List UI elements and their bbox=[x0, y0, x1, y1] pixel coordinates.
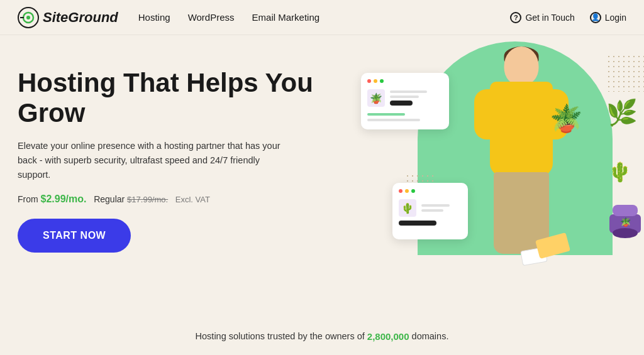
plant-decoration: 🌿 bbox=[606, 98, 638, 128]
nav-link-hosting[interactable]: Hosting bbox=[138, 12, 170, 23]
dot-green-2 bbox=[411, 189, 415, 193]
window-dots-2 bbox=[399, 189, 462, 193]
card2-button bbox=[399, 221, 436, 226]
held-plant: 🪴 bbox=[550, 103, 582, 134]
card2-plant-area: 🌵 bbox=[399, 199, 462, 217]
svg-text:🪴: 🪴 bbox=[620, 217, 631, 227]
card-line-green bbox=[367, 113, 405, 116]
nav-links: Hosting WordPress Email Marketing bbox=[138, 12, 319, 23]
help-icon: ? bbox=[510, 12, 521, 23]
price-prefix: From bbox=[18, 194, 38, 204]
nav-link-email[interactable]: Email Marketing bbox=[252, 12, 320, 23]
cactus-decoration: 🌵 bbox=[608, 161, 631, 183]
card-line-2 bbox=[390, 96, 419, 98]
person-head bbox=[504, 46, 538, 85]
person-body bbox=[490, 82, 553, 176]
card-line-3 bbox=[367, 119, 420, 121]
user-icon: 👤 bbox=[590, 12, 601, 23]
trusted-highlight: 2,800,000 bbox=[367, 331, 409, 342]
price-excl: Excl. VAT bbox=[175, 195, 210, 204]
window-dots bbox=[367, 79, 443, 83]
card-plant-area: 🪴 bbox=[367, 89, 443, 107]
nav-item-wordpress[interactable]: WordPress bbox=[188, 12, 235, 23]
dot-yellow-2 bbox=[405, 189, 409, 193]
nav-item-hosting[interactable]: Hosting bbox=[138, 12, 170, 23]
svg-point-2 bbox=[26, 16, 30, 19]
dot-red-2 bbox=[399, 189, 402, 193]
hero-price: From $2.99/mo. Regular $17.99/mo. Excl. … bbox=[18, 194, 345, 205]
dot-red bbox=[367, 79, 371, 83]
person-figure: 🪴 bbox=[453, 46, 589, 273]
svg-point-6 bbox=[613, 228, 638, 238]
get-in-touch-label: Get in Touch bbox=[525, 13, 574, 23]
hero-illustration: 🪴 🪴 bbox=[348, 35, 644, 305]
ui-card-top: 🪴 bbox=[361, 73, 449, 129]
card-lines bbox=[367, 113, 443, 121]
logo-text: SiteGround bbox=[43, 9, 118, 26]
price-regular-label: Regular bbox=[94, 194, 125, 204]
price-value: $2.99/mo. bbox=[41, 194, 87, 204]
card-button-small bbox=[390, 101, 413, 106]
trusted-text-prefix: Hosting solutions trusted by the owners … bbox=[196, 331, 365, 341]
dot-green bbox=[380, 79, 384, 83]
plant-thumbnail-2: 🌵 bbox=[399, 199, 416, 217]
card2-line-2 bbox=[421, 209, 443, 212]
plant-thumbnail: 🪴 bbox=[367, 89, 385, 107]
card-line-1 bbox=[390, 90, 427, 93]
dot-yellow bbox=[374, 79, 377, 83]
card2-line-1 bbox=[421, 204, 450, 207]
get-in-touch-link[interactable]: ? Get in Touch bbox=[510, 12, 574, 23]
purple-pot: 🪴 bbox=[606, 205, 644, 239]
svg-rect-5 bbox=[613, 205, 638, 216]
hero-left: Hosting That Helps You Grow Elevate your… bbox=[18, 63, 345, 317]
nav-right: ? Get in Touch 👤 Login bbox=[510, 12, 626, 23]
trusted-bar: Hosting solutions trusted by the owners … bbox=[0, 317, 644, 355]
logo-icon bbox=[18, 7, 39, 28]
trusted-text-suffix: domains. bbox=[412, 331, 449, 341]
hero-description: Elevate your online presence with a host… bbox=[18, 139, 282, 183]
nav-item-email[interactable]: Email Marketing bbox=[252, 12, 320, 23]
ui-card-bottom: 🌵 bbox=[392, 183, 468, 239]
dots-decoration-top bbox=[606, 54, 644, 92]
hero-section: Hosting That Helps You Grow Elevate your… bbox=[0, 35, 644, 317]
start-now-button[interactable]: START NOW bbox=[18, 219, 131, 253]
nav-link-wordpress[interactable]: WordPress bbox=[188, 12, 235, 23]
login-link[interactable]: 👤 Login bbox=[590, 12, 626, 23]
navbar: SiteGround Hosting WordPress Email Marke… bbox=[0, 0, 644, 35]
price-regular-value: $17.99/mo. bbox=[127, 195, 168, 204]
login-label: Login bbox=[605, 13, 626, 23]
logo-link[interactable]: SiteGround bbox=[18, 7, 118, 28]
hero-title: Hosting That Helps You Grow bbox=[18, 68, 345, 129]
